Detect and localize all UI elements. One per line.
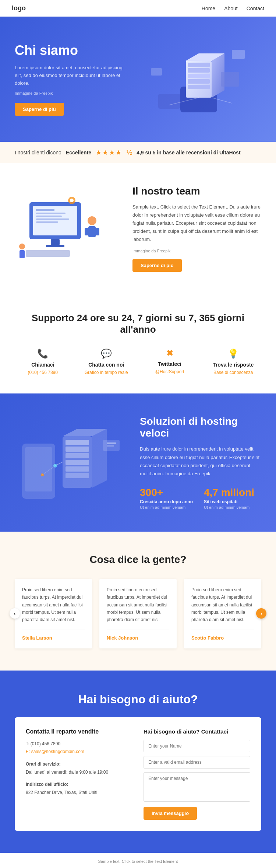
svg-rect-49 [107,442,116,444]
support-call-title: Chiamaci [15,362,71,368]
team-text: Il nostro team Sample text. Click to sel… [132,185,261,272]
stat-growth-label: Crescita anno dopo anno [140,499,193,504]
testimonial-text-1: Proin sed libero enim sed faucibus turps… [22,586,85,624]
nav-about[interactable]: About [224,6,238,11]
stat-growth-value: 300+ [140,487,193,498]
svg-rect-4 [188,74,210,78]
stat-growth-sub: Ut enim ad minim veniam [140,505,193,510]
hero-title: Chi siamo [15,43,125,58]
testimonials-prev-button[interactable]: ‹ [10,608,20,619]
svg-rect-12 [151,68,162,76]
support-chat-title: Chatta con noi [78,362,135,368]
svg-rect-18 [36,213,66,214]
chat-icon: 💬 [78,349,135,359]
stat-sites-sub: Ut enim ad minim veniam [204,505,254,510]
support-faq-detail: Base di conoscenza [205,370,262,375]
hosting-description: Duis aute irure dolor in reprehenderit i… [140,445,261,477]
testimonial-divider-1 [22,630,85,630]
nav-contact[interactable]: Contact [247,6,264,11]
svg-rect-41 [66,473,89,478]
hosting-text: Soluzioni di hosting veloci Duis aute ir… [140,416,261,509]
svg-rect-36 [66,440,89,445]
testimonial-text-3: Proin sed libero enim sed faucibus turps… [191,586,254,624]
team-description: Sample text. Click to select the Text El… [132,203,261,244]
hero-freepik: Immagine da Freepik [15,91,125,95]
hosting-stats: 300+ Crescita anno dopo anno Ut enim ad … [140,487,261,510]
svg-rect-24 [26,250,70,257]
hero-description: Lorem ipsum dolor sit amet, consectetur … [15,64,125,87]
support-item-twitter: ✖ Twittateci @HostSupport [142,349,198,375]
svg-rect-3 [188,68,210,73]
testimonial-divider-3 [191,630,254,630]
testimonials-next-button[interactable]: › [256,608,266,619]
hero-illustration [136,39,261,120]
svg-rect-28 [96,228,99,235]
contact-form: Hai bisogno di aiuto? Contattaci Invia m… [144,728,250,820]
hero-text-block: Chi siamo Lorem ipsum dolor sit amet, co… [15,43,125,115]
testimonial-card-1: Proin sed libero enim sed faucibus turps… [15,579,92,648]
support-item-faq: 💡 Trova le risposte Base di conoscenza [205,349,262,375]
team-section: Il nostro team Sample text. Click to sel… [0,163,276,294]
testimonial-name-3: Scotto Fabbro [191,635,224,641]
support-grid: 📞 Chiamaci (010) 456 7890 💬 Chatta con n… [15,349,261,375]
team-title: Il nostro team [132,185,261,197]
nav-home[interactable]: Home [202,6,215,11]
svg-rect-5 [188,79,210,84]
contact-box: Contatta il reparto vendite T: (010) 456… [15,717,261,831]
svg-rect-38 [66,453,89,458]
faq-icon: 💡 [205,349,262,359]
svg-rect-30 [20,250,25,258]
support-twitter-title: Twittateci [142,361,198,367]
navbar: logo Home About Contact [0,0,276,17]
support-call-detail: (010) 456 7890 [15,370,71,375]
svg-rect-9 [221,72,239,87]
svg-rect-6 [188,85,210,89]
testimonials-section: Cosa dice la gente? ‹ Proin sed libero e… [0,532,276,671]
rating-bar: I nostri clienti dicono Eccellente ★★★★ … [0,142,276,163]
hero-section: Chi siamo Lorem ipsum dolor sit amet, co… [0,17,276,142]
svg-rect-34 [25,447,52,491]
contact-email-input[interactable] [144,756,250,769]
support-item-chat: 💬 Chatta con noi Grafico in tempo reale [78,349,135,375]
rating-prefix: I nostri clienti dicono [15,150,61,155]
testimonial-divider-2 [107,630,169,630]
svg-rect-19 [36,216,62,217]
contact-section-title: Hai bisogno di aiuto? [15,693,261,706]
svg-rect-39 [66,460,89,465]
contact-address-label: Indirizzo dell'ufficio: [26,782,68,787]
support-chat-detail: Grafico in tempo reale [78,370,135,375]
testimonial-name-2: Nick Johnson [107,635,138,641]
contact-submit-button[interactable]: Invia messaggio [144,807,197,820]
contact-section: Hai bisogno di aiuto? Contatta il repart… [0,671,276,853]
svg-rect-37 [66,447,89,452]
contact-info-title: Contatta il reparto vendite [26,728,132,735]
footer: Sample text. Click to select the Text El… [0,853,276,868]
testimonial-card-3: Proin sed libero enim sed faucibus turps… [184,579,261,648]
svg-rect-40 [66,466,89,472]
rating-score: 4,9 su 5 in base alle recensioni di Ulta… [137,150,240,155]
logo: logo [12,4,26,12]
hero-cta-button[interactable]: Saperne di più [15,103,64,116]
rating-label: Eccellente [66,150,91,155]
svg-rect-26 [88,226,96,237]
support-twitter-detail: @HostSupport [142,369,198,374]
svg-rect-23 [46,245,64,247]
team-illustration [15,191,118,266]
hosting-title: Soluzioni di hosting veloci [140,416,261,439]
contact-name-input[interactable] [144,740,250,752]
stat-growth: 300+ Crescita anno dopo anno Ut enim ad … [140,487,193,510]
svg-point-32 [70,199,74,202]
contact-email[interactable]: E: sales@hostingdomain.com [26,749,84,754]
svg-rect-22 [51,239,60,245]
svg-point-25 [88,216,96,225]
contact-message-input[interactable] [144,772,250,802]
contact-info: Contatta il reparto vendite T: (010) 456… [26,728,132,820]
svg-rect-20 [36,218,69,220]
call-icon: 📞 [15,349,71,359]
team-cta-button[interactable]: Saperne di più [132,259,182,272]
support-title: Supporto 24 ore su 24, 7 giorni su 7, 36… [15,312,261,335]
svg-rect-17 [36,209,54,211]
testimonials-title: Cosa dice la gente? [15,554,261,566]
rating-stars: ★★★★ [96,148,122,157]
nav-links: Home About Contact [202,6,264,11]
